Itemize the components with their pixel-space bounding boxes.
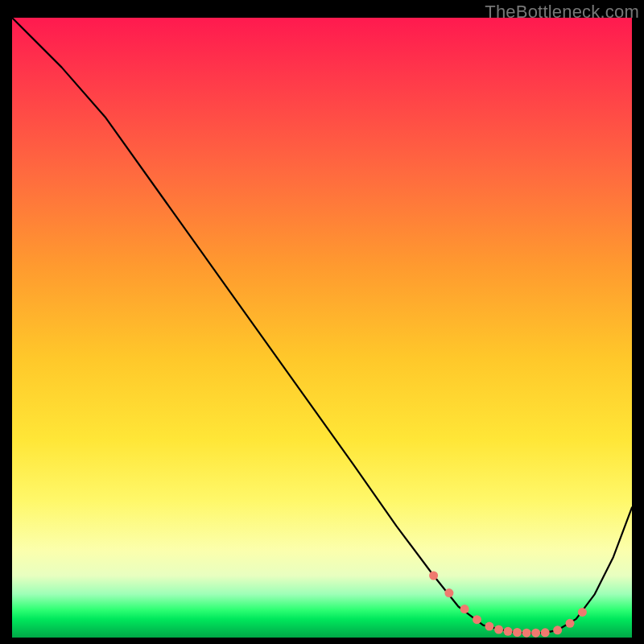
marker-dot [522,629,531,638]
chart-frame: TheBottleneck.com [0,0,644,644]
marker-dot [504,627,513,636]
marker-dot [566,619,575,628]
marker-dot [531,629,540,638]
marker-dot [444,588,453,597]
marker-dot [494,625,503,634]
marker-dot [578,608,587,617]
marker-dot [485,622,493,631]
marker-dot [429,572,438,580]
chart-overlay [12,18,632,638]
marker-dot [541,628,550,637]
marker-dot [473,615,481,624]
data-curve [12,18,632,634]
marker-dot [553,625,562,634]
marker-dot [460,605,469,613]
marker-dot [513,628,522,637]
